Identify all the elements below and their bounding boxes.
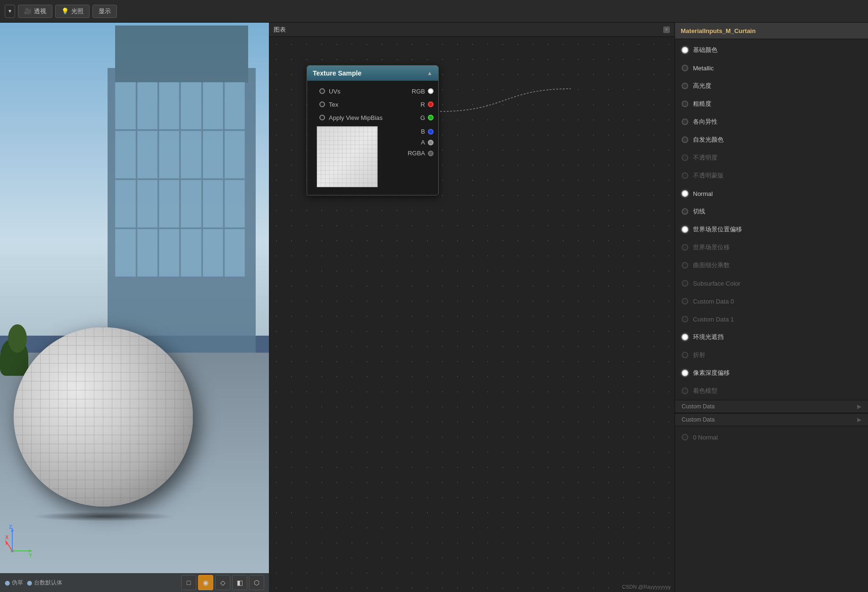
r-output: R	[421, 101, 438, 108]
window-pane	[159, 229, 179, 277]
custom-data-1-label: Custom Data 1	[693, 316, 734, 323]
material-input-opacity-mask: 不透明蒙版	[675, 167, 868, 185]
coordinate-axes: Z Y X	[5, 525, 33, 558]
graph-area: 图表 × Texture Sample ▲ UVs	[269, 23, 675, 592]
world-displacement-pin[interactable]	[682, 244, 688, 251]
section-expand-icon-2[interactable]: ▶	[857, 416, 861, 423]
shading-model-label: 着色模型	[693, 387, 718, 395]
custom-data-1-pin[interactable]	[682, 316, 688, 322]
material-inputs-panel: MaterialInputs_M_Curtain 基础颜色 Metallic 高…	[675, 23, 868, 592]
window-pane	[115, 180, 135, 228]
specular-pin[interactable]	[682, 83, 688, 89]
shape-other-button[interactable]: ⬡	[249, 575, 264, 590]
display-button[interactable]: 显示	[92, 5, 117, 18]
g-pin[interactable]	[428, 115, 434, 120]
window-pane	[181, 229, 201, 277]
material-panel-header: MaterialInputs_M_Curtain	[675, 23, 868, 39]
tangent-label: 切线	[693, 207, 705, 216]
b-a-rgba-outputs: B A RGBA	[384, 126, 438, 159]
lighting-button[interactable]: 💡 光照	[55, 5, 90, 18]
mesh-label: ⬤ 台数默认体	[27, 579, 62, 587]
axes-svg: Z Y X	[5, 525, 33, 558]
specular-label: 高光度	[693, 82, 711, 90]
sphere-shadow	[32, 512, 175, 521]
graph-canvas[interactable]: Texture Sample ▲ UVs RGB	[269, 37, 675, 592]
material-input-metallic: Metallic	[675, 59, 868, 77]
metallic-pin[interactable]	[682, 65, 688, 71]
world-offset-label: 世界场景位置偏移	[693, 225, 742, 234]
emissive-pin[interactable]	[682, 136, 688, 143]
shape-cube-button[interactable]: □	[181, 575, 196, 590]
dropdown-arrow[interactable]: ▼	[5, 5, 15, 18]
material-panel-title: MaterialInputs_M_Curtain	[681, 27, 756, 34]
anisotropy-label: 各向异性	[693, 118, 718, 126]
pixel-depth-pin[interactable]	[682, 370, 688, 376]
window-pane	[181, 82, 201, 130]
material-input-custom-data-0: Custom Data 0	[675, 292, 868, 310]
a-pin[interactable]	[428, 140, 434, 145]
opacity-pin[interactable]	[682, 154, 688, 161]
world-offset-pin[interactable]	[682, 226, 688, 233]
window-pane	[137, 180, 158, 228]
anisotropy-pin[interactable]	[682, 118, 688, 125]
shape-cylinder-button[interactable]: ◧	[232, 575, 247, 590]
ao-pin[interactable]	[682, 334, 688, 340]
tex-input: Tex	[307, 101, 338, 108]
material-input-shading-model: 着色模型	[675, 382, 868, 400]
opacity-mask-label: 不透明蒙版	[693, 171, 724, 180]
b-pin[interactable]	[428, 129, 434, 135]
grass-label: ⬤ 伪草	[5, 579, 23, 587]
roughness-pin[interactable]	[682, 101, 688, 107]
material-input-tangent: 切线	[675, 203, 868, 220]
opacity-label: 不透明度	[693, 153, 718, 162]
material-input-jichu: 基础颜色	[675, 41, 868, 59]
window-pane	[115, 229, 135, 277]
tessellation-pin[interactable]	[682, 262, 688, 269]
material-input-subsurface: Subsurface Color	[675, 274, 868, 292]
shape-plane-button[interactable]: ◇	[215, 575, 230, 590]
0-normal-pin[interactable]	[682, 434, 688, 440]
material-input-emissive: 自发光颜色	[675, 131, 868, 149]
uvs-pin[interactable]	[319, 88, 325, 94]
material-input-custom-data-1: Custom Data 1	[675, 310, 868, 328]
texture-sample-node[interactable]: Texture Sample ▲ UVs RGB	[307, 65, 439, 195]
main-area: Z Y X ⬤ 伪草 ⬤ 台数默认体	[0, 23, 868, 592]
emissive-label: 自发光颜色	[693, 135, 724, 144]
a-output: A	[384, 139, 438, 146]
r-pin[interactable]	[428, 101, 434, 107]
shape-sphere-button[interactable]: ◉	[198, 575, 213, 590]
material-input-world-displacement: 世界场景位移	[675, 238, 868, 256]
subsurface-pin[interactable]	[682, 280, 688, 287]
node-collapse-button[interactable]: ▲	[427, 70, 433, 76]
normal-pin[interactable]	[682, 190, 688, 197]
window-pane	[159, 131, 179, 178]
tex-pin[interactable]	[319, 101, 325, 107]
window-pane	[225, 82, 245, 130]
graph-titlebar: 图表 ×	[269, 23, 675, 37]
shading-model-pin[interactable]	[682, 388, 688, 394]
tangent-pin[interactable]	[682, 208, 688, 215]
preview-outputs-row: B A RGBA	[307, 124, 438, 191]
jichu-pin[interactable]	[682, 47, 688, 53]
rgba-output: RGBA	[384, 150, 438, 157]
custom-data-0-pin[interactable]	[682, 298, 688, 304]
window-pane	[203, 82, 223, 130]
material-input-specular: 高光度	[675, 77, 868, 95]
node-mipbias-row: Apply View MipBias G	[307, 111, 438, 124]
mipbias-pin[interactable]	[319, 115, 325, 120]
g-output: G	[420, 114, 438, 121]
graph-close-button[interactable]: ×	[663, 26, 670, 33]
rgb-pin[interactable]	[428, 88, 434, 94]
material-input-tessellation: 曲面细分乘数	[675, 256, 868, 274]
mipbias-input: Apply View MipBias	[307, 114, 383, 121]
perspective-button[interactable]: 🎥 透视	[18, 5, 52, 18]
toolbar: ▼ 🎥 透视 💡 光照 显示	[0, 0, 868, 23]
opacity-mask-pin[interactable]	[682, 172, 688, 179]
rgba-pin[interactable]	[428, 151, 434, 156]
0-normal-label: 0 Normal	[693, 434, 718, 441]
refraction-pin[interactable]	[682, 352, 688, 358]
node-header: Texture Sample ▲	[307, 66, 438, 81]
section-expand-icon[interactable]: ▶	[857, 403, 861, 410]
svg-text:X: X	[5, 534, 9, 540]
custom-data-0-label: Custom Data 0	[693, 298, 734, 305]
